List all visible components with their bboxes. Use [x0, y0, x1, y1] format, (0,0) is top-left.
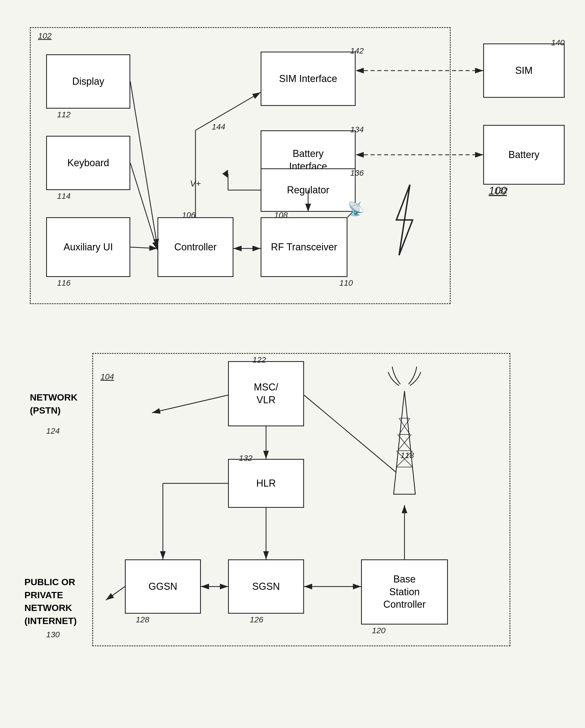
bsc-box: Base Station Controller [361, 560, 448, 625]
ref-132-top: 132 [494, 186, 508, 195]
sim-box: SIM [483, 44, 565, 98]
antenna-symbol: 📡 [347, 201, 364, 217]
ref-110: 110 [339, 278, 353, 288]
ref-126: 126 [250, 615, 263, 624]
ggsn-label: GGSN [149, 580, 177, 593]
sim-interface-label: SIM Interface [279, 73, 337, 85]
sgsn-box: SGSN [228, 560, 304, 614]
display-label: Display [72, 75, 104, 88]
ref-136: 136 [350, 168, 364, 178]
ref-128: 128 [136, 615, 149, 624]
ref-130: 130 [46, 630, 60, 639]
battery-label: Battery [508, 149, 539, 161]
main-container: 102 100 Display 112 Keyboard 114 Auxilia… [22, 16, 563, 662]
regulator-box: Regulator [261, 168, 355, 212]
keyboard-box: Keyboard [46, 136, 130, 190]
auxiliary-label: Auxiliary UI [63, 241, 113, 254]
rf-box: RF Transceiver [261, 217, 347, 277]
bottom-diagram: 104 NETWORK (PSTN) 124 PUBLIC OR PRIVATE… [22, 337, 563, 662]
ref-104: 104 [101, 372, 114, 381]
hlr-label: HLR [256, 477, 276, 490]
ref-132-bottom: 132 [239, 453, 252, 463]
network-pstn-label: NETWORK (PSTN) [30, 391, 78, 417]
sim-label: SIM [515, 64, 533, 77]
ref-108: 108 [274, 210, 288, 220]
vplus-label: V+ [190, 179, 201, 189]
msc-vlr-box: MSC/ VLR [228, 361, 304, 426]
ref-116: 116 [57, 278, 71, 288]
bsc-label: Base Station Controller [383, 573, 426, 611]
auxiliary-box: Auxiliary UI [46, 217, 130, 277]
ref-134: 134 [350, 125, 364, 134]
ref-142: 142 [350, 46, 364, 55]
controller-box: Controller [157, 217, 234, 277]
rf-label: RF Transceiver [271, 241, 337, 254]
regulator-label: Regulator [287, 184, 329, 197]
keyboard-label: Keyboard [67, 157, 109, 170]
ref-122: 122 [252, 355, 266, 364]
display-box: Display [46, 54, 130, 109]
msc-vlr-label: MSC/ VLR [254, 381, 278, 407]
ref-112: 112 [57, 110, 71, 119]
sgsn-label: SGSN [252, 580, 280, 593]
battery-box: Battery [483, 125, 565, 185]
ref-118: 118 [400, 451, 414, 460]
ref-106: 106 [182, 210, 195, 220]
controller-label: Controller [174, 241, 217, 254]
ref-102: 102 [38, 31, 52, 41]
ref-140: 140 [551, 38, 565, 47]
hlr-box: HLR [228, 459, 304, 508]
top-diagram: 102 100 Display 112 Keyboard 114 Auxilia… [22, 16, 563, 315]
ref-144: 144 [212, 122, 225, 131]
sim-interface-box: SIM Interface [261, 52, 355, 106]
ref-120: 120 [372, 626, 385, 635]
ggsn-box: GGSN [125, 560, 201, 614]
public-private-label: PUBLIC OR PRIVATE NETWORK (INTERNET) [24, 576, 77, 627]
ref-124: 124 [46, 426, 60, 436]
ref-114: 114 [57, 191, 71, 201]
